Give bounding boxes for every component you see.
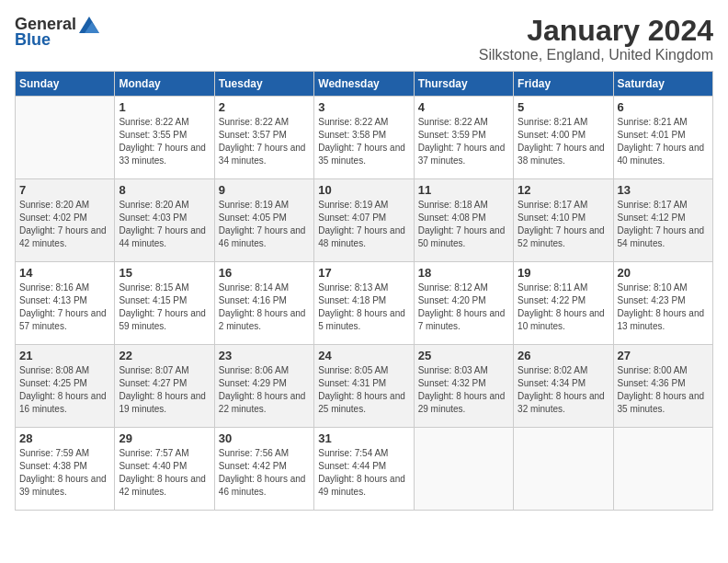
day-info: Sunrise: 8:22 AMSunset: 3:58 PMDaylight:… <box>318 116 409 167</box>
table-row: 24 Sunrise: 8:05 AMSunset: 4:31 PMDaylig… <box>314 345 414 428</box>
col-saturday: Saturday <box>613 72 712 97</box>
calendar-week-row: 14 Sunrise: 8:16 AMSunset: 4:13 PMDaylig… <box>16 262 713 345</box>
table-row: 12 Sunrise: 8:17 AMSunset: 4:10 PMDaylig… <box>514 179 613 262</box>
day-info: Sunrise: 8:22 AMSunset: 3:57 PMDaylight:… <box>219 116 310 167</box>
day-number: 7 <box>19 183 110 197</box>
day-info: Sunrise: 8:03 AMSunset: 4:32 PMDaylight:… <box>418 364 509 416</box>
day-number: 30 <box>219 431 310 445</box>
day-info: Sunrise: 8:20 AMSunset: 4:02 PMDaylight:… <box>19 199 110 250</box>
day-number: 17 <box>318 266 409 280</box>
table-row: 27 Sunrise: 8:00 AMSunset: 4:36 PMDaylig… <box>613 345 712 428</box>
table-row: 20 Sunrise: 8:10 AMSunset: 4:23 PMDaylig… <box>613 262 712 345</box>
table-row: 21 Sunrise: 8:08 AMSunset: 4:25 PMDaylig… <box>16 345 115 428</box>
calendar-week-row: 28 Sunrise: 7:59 AMSunset: 4:38 PMDaylig… <box>16 428 713 511</box>
day-info: Sunrise: 8:00 AMSunset: 4:36 PMDaylight:… <box>618 364 709 416</box>
table-row: 14 Sunrise: 8:16 AMSunset: 4:13 PMDaylig… <box>16 262 115 345</box>
day-number: 12 <box>518 183 609 197</box>
table-row: 17 Sunrise: 8:13 AMSunset: 4:18 PMDaylig… <box>314 262 414 345</box>
logo-blue: Blue <box>15 30 51 50</box>
location: Silkstone, England, United Kingdom <box>479 47 713 63</box>
day-number: 18 <box>418 266 509 280</box>
day-number: 29 <box>119 431 210 445</box>
day-info: Sunrise: 7:56 AMSunset: 4:42 PMDaylight:… <box>219 447 310 499</box>
table-row: 6 Sunrise: 8:21 AMSunset: 4:01 PMDayligh… <box>613 97 712 179</box>
col-tuesday: Tuesday <box>214 72 313 97</box>
day-info: Sunrise: 8:17 AMSunset: 4:12 PMDaylight:… <box>618 199 709 250</box>
day-info: Sunrise: 8:02 AMSunset: 4:34 PMDaylight:… <box>518 364 609 416</box>
day-info: Sunrise: 8:08 AMSunset: 4:25 PMDaylight:… <box>19 364 110 416</box>
table-row: 5 Sunrise: 8:21 AMSunset: 4:00 PMDayligh… <box>514 97 613 179</box>
day-number: 13 <box>618 183 709 197</box>
table-row <box>16 97 115 179</box>
table-row: 7 Sunrise: 8:20 AMSunset: 4:02 PMDayligh… <box>16 179 115 262</box>
calendar-table: Sunday Monday Tuesday Wednesday Thursday… <box>15 71 713 511</box>
calendar-week-row: 21 Sunrise: 8:08 AMSunset: 4:25 PMDaylig… <box>16 345 713 428</box>
day-info: Sunrise: 8:06 AMSunset: 4:29 PMDaylight:… <box>219 364 310 416</box>
table-row: 2 Sunrise: 8:22 AMSunset: 3:57 PMDayligh… <box>214 97 313 179</box>
logo: General Blue <box>15 15 100 50</box>
day-info: Sunrise: 7:54 AMSunset: 4:44 PMDaylight:… <box>318 447 409 499</box>
calendar-week-row: 1 Sunrise: 8:22 AMSunset: 3:55 PMDayligh… <box>16 97 713 179</box>
table-row: 16 Sunrise: 8:14 AMSunset: 4:16 PMDaylig… <box>214 262 313 345</box>
table-row: 31 Sunrise: 7:54 AMSunset: 4:44 PMDaylig… <box>314 428 414 511</box>
table-row: 26 Sunrise: 8:02 AMSunset: 4:34 PMDaylig… <box>514 345 613 428</box>
table-row: 4 Sunrise: 8:22 AMSunset: 3:59 PMDayligh… <box>414 97 513 179</box>
header: General Blue January 2024 Silkstone, Eng… <box>15 15 713 63</box>
day-info: Sunrise: 8:13 AMSunset: 4:18 PMDaylight:… <box>318 282 409 333</box>
day-info: Sunrise: 8:11 AMSunset: 4:22 PMDaylight:… <box>518 282 609 333</box>
header-row: Sunday Monday Tuesday Wednesday Thursday… <box>16 72 713 97</box>
col-friday: Friday <box>514 72 613 97</box>
logo-icon <box>79 17 99 33</box>
day-number: 26 <box>518 349 609 362</box>
day-number: 24 <box>318 349 409 362</box>
day-number: 20 <box>618 266 709 280</box>
table-row: 10 Sunrise: 8:19 AMSunset: 4:07 PMDaylig… <box>314 179 414 262</box>
day-info: Sunrise: 8:12 AMSunset: 4:20 PMDaylight:… <box>418 282 509 333</box>
table-row: 19 Sunrise: 8:11 AMSunset: 4:22 PMDaylig… <box>514 262 613 345</box>
day-number: 21 <box>19 349 110 362</box>
table-row: 1 Sunrise: 8:22 AMSunset: 3:55 PMDayligh… <box>115 97 214 179</box>
table-row <box>514 428 613 511</box>
day-info: Sunrise: 8:17 AMSunset: 4:10 PMDaylight:… <box>518 199 609 250</box>
table-row: 18 Sunrise: 8:12 AMSunset: 4:20 PMDaylig… <box>414 262 513 345</box>
table-row: 11 Sunrise: 8:18 AMSunset: 4:08 PMDaylig… <box>414 179 513 262</box>
day-number: 4 <box>418 100 509 114</box>
day-info: Sunrise: 8:07 AMSunset: 4:27 PMDaylight:… <box>119 364 210 416</box>
day-number: 5 <box>518 100 609 114</box>
title-area: January 2024 Silkstone, England, United … <box>479 15 713 63</box>
table-row <box>613 428 712 511</box>
col-thursday: Thursday <box>414 72 513 97</box>
day-number: 28 <box>19 431 110 445</box>
day-number: 25 <box>418 349 509 362</box>
day-number: 6 <box>618 100 709 114</box>
day-number: 27 <box>618 349 709 362</box>
day-number: 3 <box>318 100 409 114</box>
day-number: 19 <box>518 266 609 280</box>
table-row: 28 Sunrise: 7:59 AMSunset: 4:38 PMDaylig… <box>16 428 115 511</box>
day-info: Sunrise: 8:05 AMSunset: 4:31 PMDaylight:… <box>318 364 409 416</box>
day-number: 23 <box>219 349 310 362</box>
day-number: 11 <box>418 183 509 197</box>
col-sunday: Sunday <box>16 72 115 97</box>
day-number: 16 <box>219 266 310 280</box>
day-info: Sunrise: 8:15 AMSunset: 4:15 PMDaylight:… <box>119 282 210 333</box>
table-row: 29 Sunrise: 7:57 AMSunset: 4:40 PMDaylig… <box>115 428 214 511</box>
day-info: Sunrise: 8:14 AMSunset: 4:16 PMDaylight:… <box>219 282 310 333</box>
day-number: 10 <box>318 183 409 197</box>
table-row: 23 Sunrise: 8:06 AMSunset: 4:29 PMDaylig… <box>214 345 313 428</box>
table-row: 9 Sunrise: 8:19 AMSunset: 4:05 PMDayligh… <box>214 179 313 262</box>
month-title: January 2024 <box>479 15 713 47</box>
day-info: Sunrise: 8:21 AMSunset: 4:01 PMDaylight:… <box>618 116 709 167</box>
table-row: 8 Sunrise: 8:20 AMSunset: 4:03 PMDayligh… <box>115 179 214 262</box>
day-number: 31 <box>318 431 409 445</box>
calendar-week-row: 7 Sunrise: 8:20 AMSunset: 4:02 PMDayligh… <box>16 179 713 262</box>
day-info: Sunrise: 8:18 AMSunset: 4:08 PMDaylight:… <box>418 199 509 250</box>
day-info: Sunrise: 8:19 AMSunset: 4:07 PMDaylight:… <box>318 199 409 250</box>
day-info: Sunrise: 8:20 AMSunset: 4:03 PMDaylight:… <box>119 199 210 250</box>
day-info: Sunrise: 8:21 AMSunset: 4:00 PMDaylight:… <box>518 116 609 167</box>
col-wednesday: Wednesday <box>314 72 414 97</box>
table-row: 30 Sunrise: 7:56 AMSunset: 4:42 PMDaylig… <box>214 428 313 511</box>
day-info: Sunrise: 8:10 AMSunset: 4:23 PMDaylight:… <box>618 282 709 333</box>
day-info: Sunrise: 8:22 AMSunset: 3:55 PMDaylight:… <box>119 116 210 167</box>
day-info: Sunrise: 8:19 AMSunset: 4:05 PMDaylight:… <box>219 199 310 250</box>
